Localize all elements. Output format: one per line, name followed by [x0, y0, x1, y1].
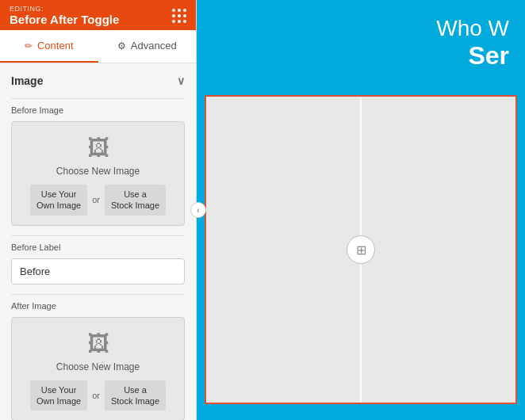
- before-image-picker[interactable]: 🖼 Choose New Image Use Your Own Image or…: [11, 121, 185, 226]
- after-image-group: After Image 🖼 Choose New Image Use Your …: [0, 295, 196, 420]
- after-image-label: After Image: [11, 301, 185, 311]
- editing-label: EDITING:: [10, 5, 119, 13]
- drag-handle-icon[interactable]: [172, 9, 186, 23]
- ser-text: Ser: [436, 41, 509, 71]
- after-own-image-button[interactable]: Use Your Own Image: [30, 380, 87, 411]
- or-text-2: or: [92, 391, 100, 400]
- panel-content: Image ∨ Before Image 🖼 Choose New Image …: [0, 63, 196, 420]
- image-placeholder-icon: ⊞: [356, 242, 366, 258]
- who-text: Who W: [436, 16, 509, 41]
- left-panel: EDITING: Before After Toggle ✏ Content ⚙…: [0, 0, 197, 420]
- after-image-actions: Use Your Own Image or Use a Stock Image: [21, 380, 174, 411]
- before-label-input[interactable]: [11, 258, 185, 284]
- image-section-header[interactable]: Image ∨: [0, 63, 196, 98]
- tab-bar: ✏ Content ⚙ Advanced: [0, 30, 196, 63]
- pencil-icon: ✏: [25, 40, 33, 52]
- tab-content[interactable]: ✏ Content: [0, 30, 98, 63]
- before-image-label: Before Image: [11, 105, 185, 115]
- after-choose-text: Choose New Image: [21, 361, 174, 372]
- right-text-area: Who W Ser: [436, 16, 509, 71]
- right-panel: Who W Ser ⊞: [197, 0, 525, 420]
- after-image-icon: 🖼: [21, 330, 174, 357]
- before-stock-image-button[interactable]: Use a Stock Image: [105, 185, 166, 216]
- image-section-title: Image: [11, 74, 43, 87]
- tab-advanced[interactable]: ⚙ Advanced: [98, 30, 197, 63]
- widget-left-panel: [206, 97, 360, 403]
- before-choose-text: Choose New Image: [21, 166, 174, 177]
- before-own-image-button[interactable]: Use Your Own Image: [30, 185, 87, 216]
- editing-bar: EDITING: Before After Toggle: [0, 0, 196, 30]
- collapse-panel-button[interactable]: ‹: [190, 202, 206, 218]
- before-label-label: Before Label: [11, 242, 185, 252]
- chevron-down-icon: ∨: [177, 74, 185, 87]
- before-label-group: Before Label: [0, 236, 196, 294]
- or-text-1: or: [92, 195, 100, 204]
- image-icon: 🖼: [21, 135, 174, 161]
- before-after-widget-preview[interactable]: ⊞: [205, 95, 517, 404]
- before-image-actions: Use Your Own Image or Use a Stock Image: [21, 185, 174, 216]
- sliders-icon: ⚙: [117, 40, 126, 52]
- editing-info: EDITING: Before After Toggle: [10, 5, 119, 27]
- widget-right-panel: [362, 97, 515, 403]
- after-stock-image-button[interactable]: Use a Stock Image: [105, 380, 166, 411]
- before-image-group: Before Image 🖼 Choose New Image Use Your…: [0, 99, 196, 235]
- widget-divider: ⊞: [360, 97, 362, 403]
- widget-handle[interactable]: ⊞: [347, 235, 375, 264]
- after-image-picker[interactable]: 🖼 Choose New Image Use Your Own Image or…: [11, 317, 185, 420]
- editing-title: Before After Toggle: [10, 13, 119, 27]
